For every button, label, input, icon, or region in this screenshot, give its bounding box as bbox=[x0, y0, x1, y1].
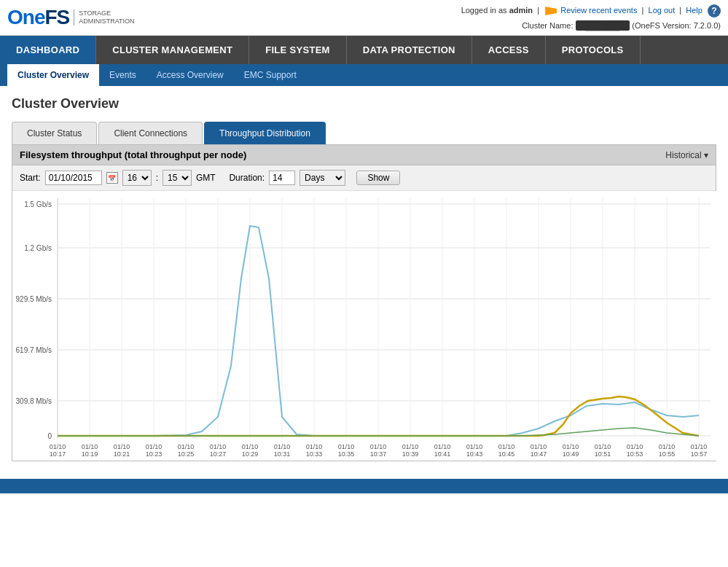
svg-text:01/10: 01/10 bbox=[338, 443, 355, 450]
svg-text:10:37: 10:37 bbox=[370, 450, 387, 458]
svg-text:01/10: 01/10 bbox=[563, 443, 579, 450]
svg-text:929.5 Mb/s: 929.5 Mb/s bbox=[16, 295, 52, 303]
svg-text:01/10: 01/10 bbox=[595, 443, 611, 450]
chart-svg-wrapper: 1.5 Gb/s 1.2 Gb/s 929.5 Mb/s 619.7 Mb/s … bbox=[12, 191, 716, 461]
svg-text:10:31: 10:31 bbox=[274, 450, 291, 458]
nav-item-access[interactable]: ACCESS bbox=[472, 36, 546, 64]
cluster-name-value: ██████ bbox=[576, 20, 630, 31]
subnav-cluster-overview[interactable]: Cluster Overview bbox=[7, 64, 99, 86]
svg-text:1.5 Gb/s: 1.5 Gb/s bbox=[24, 200, 52, 208]
svg-text:10:49: 10:49 bbox=[563, 450, 579, 458]
svg-text:10:51: 10:51 bbox=[595, 450, 611, 458]
svg-text:10:39: 10:39 bbox=[402, 450, 419, 458]
svg-text:01/10: 01/10 bbox=[114, 443, 130, 450]
historical-button[interactable]: Historical ▾ bbox=[665, 150, 708, 160]
bottom-bar bbox=[0, 479, 728, 493]
tab-bar: Cluster Status Client Connections Throug… bbox=[12, 122, 716, 144]
svg-text:10:57: 10:57 bbox=[691, 450, 708, 458]
svg-rect-0 bbox=[12, 191, 728, 461]
svg-text:10:45: 10:45 bbox=[498, 450, 515, 458]
time-separator: : bbox=[156, 173, 158, 183]
nav-item-dashboard[interactable]: DASHBOARD bbox=[0, 36, 96, 64]
tab-client-connections[interactable]: Client Connections bbox=[98, 122, 203, 144]
help-link[interactable]: Help bbox=[686, 6, 702, 15]
svg-text:10:47: 10:47 bbox=[531, 450, 547, 458]
tab-cluster-status[interactable]: Cluster Status bbox=[12, 122, 97, 144]
main-nav: DASHBOARD CLUSTER MANAGEMENT FILE SYSTEM… bbox=[0, 36, 728, 64]
svg-text:10:35: 10:35 bbox=[338, 450, 355, 458]
svg-text:10:29: 10:29 bbox=[242, 450, 259, 458]
logo-subtitle: STORAGE ADMINISTRATION bbox=[74, 9, 134, 26]
date-input[interactable] bbox=[45, 171, 102, 185]
cluster-name-row: Cluster Name: ██████ (OneFS Version: 7.2… bbox=[461, 20, 721, 31]
svg-text:01/10: 01/10 bbox=[659, 443, 676, 450]
cluster-label: Cluster Name: bbox=[522, 21, 573, 30]
svg-text:01/10: 01/10 bbox=[370, 443, 387, 450]
svg-text:01/10: 01/10 bbox=[82, 443, 98, 450]
sub-nav: Cluster Overview Events Access Overview … bbox=[0, 64, 728, 86]
calendar-icon[interactable]: 📅 bbox=[106, 172, 118, 184]
svg-text:01/10: 01/10 bbox=[498, 443, 515, 450]
username: admin bbox=[509, 6, 533, 15]
review-events-link[interactable]: Review recent events bbox=[560, 6, 637, 15]
page-title: Cluster Overview bbox=[12, 96, 716, 112]
svg-text:01/10: 01/10 bbox=[50, 443, 66, 450]
svg-text:01/10: 01/10 bbox=[434, 443, 451, 450]
svg-text:1.2 Gb/s: 1.2 Gb/s bbox=[24, 244, 52, 252]
svg-text:0: 0 bbox=[47, 432, 52, 440]
svg-text:01/10: 01/10 bbox=[146, 443, 163, 450]
duration-input[interactable] bbox=[269, 171, 295, 185]
content-area: Cluster Overview Cluster Status Client C… bbox=[0, 86, 728, 472]
logo-text: OneFS bbox=[7, 6, 69, 29]
svg-text:10:43: 10:43 bbox=[466, 450, 483, 458]
hour-select[interactable]: 16 00010203 04050607 08091011 12131415 1… bbox=[122, 170, 152, 186]
chart-title: Filesystem throughput (total throughput … bbox=[20, 149, 246, 160]
svg-text:01/10: 01/10 bbox=[210, 443, 227, 450]
svg-text:10:53: 10:53 bbox=[627, 450, 643, 458]
svg-text:01/10: 01/10 bbox=[466, 443, 483, 450]
svg-text:10:27: 10:27 bbox=[210, 450, 227, 458]
login-text: Logged in as bbox=[461, 6, 507, 15]
duration-unit-select[interactable]: Days Hours Weeks bbox=[300, 170, 345, 186]
chart-container: Filesystem throughput (total throughput … bbox=[12, 144, 716, 461]
svg-text:309.8 Mb/s: 309.8 Mb/s bbox=[16, 397, 52, 405]
start-label: Start: bbox=[20, 173, 41, 183]
gmt-label: GMT bbox=[196, 173, 216, 183]
svg-text:01/10: 01/10 bbox=[691, 443, 708, 450]
logo: OneFS STORAGE ADMINISTRATION bbox=[7, 6, 135, 29]
logout-link[interactable]: Log out bbox=[649, 6, 676, 15]
flag-icon bbox=[545, 7, 557, 15]
svg-text:10:19: 10:19 bbox=[82, 450, 98, 458]
svg-text:01/10: 01/10 bbox=[306, 443, 323, 450]
svg-text:619.7 Mb/s: 619.7 Mb/s bbox=[16, 346, 52, 354]
svg-text:01/10: 01/10 bbox=[178, 443, 195, 450]
nav-item-cluster-management[interactable]: CLUSTER MANAGEMENT bbox=[96, 36, 249, 64]
show-button[interactable]: Show bbox=[356, 171, 400, 185]
svg-text:01/10: 01/10 bbox=[531, 443, 547, 450]
tab-throughput-distribution[interactable]: Throughput Distribution bbox=[204, 122, 326, 144]
nav-item-file-system[interactable]: FILE SYSTEM bbox=[249, 36, 347, 64]
minute-select[interactable]: 15 000510 202530 354045 5055 bbox=[163, 170, 192, 186]
help-icon[interactable]: ? bbox=[708, 4, 721, 17]
svg-text:10:25: 10:25 bbox=[178, 450, 195, 458]
header-right: Logged in as admin | Review recent event… bbox=[461, 4, 721, 31]
version-text: (OneFS Version: 7.2.0.0) bbox=[632, 21, 721, 30]
svg-text:10:23: 10:23 bbox=[146, 450, 163, 458]
chart-header: Filesystem throughput (total throughput … bbox=[12, 145, 716, 165]
nav-item-data-protection[interactable]: DATA PROTECTION bbox=[347, 36, 472, 64]
svg-text:10:17: 10:17 bbox=[50, 450, 66, 458]
svg-text:01/10: 01/10 bbox=[627, 443, 643, 450]
subnav-emc-support[interactable]: EMC Support bbox=[234, 64, 307, 86]
svg-text:01/10: 01/10 bbox=[402, 443, 419, 450]
svg-text:10:21: 10:21 bbox=[114, 450, 130, 458]
chart-controls: Start: 📅 16 00010203 04050607 08091011 1… bbox=[12, 165, 716, 191]
svg-text:10:55: 10:55 bbox=[659, 450, 676, 458]
duration-label: Duration: bbox=[229, 173, 265, 183]
nav-item-protocols[interactable]: PROTOCOLS bbox=[546, 36, 641, 64]
subnav-events[interactable]: Events bbox=[99, 64, 146, 86]
svg-text:10:33: 10:33 bbox=[306, 450, 323, 458]
svg-text:01/10: 01/10 bbox=[274, 443, 291, 450]
subnav-access-overview[interactable]: Access Overview bbox=[146, 64, 234, 86]
svg-text:01/10: 01/10 bbox=[242, 443, 259, 450]
throughput-chart: 1.5 Gb/s 1.2 Gb/s 929.5 Mb/s 619.7 Mb/s … bbox=[12, 191, 728, 461]
